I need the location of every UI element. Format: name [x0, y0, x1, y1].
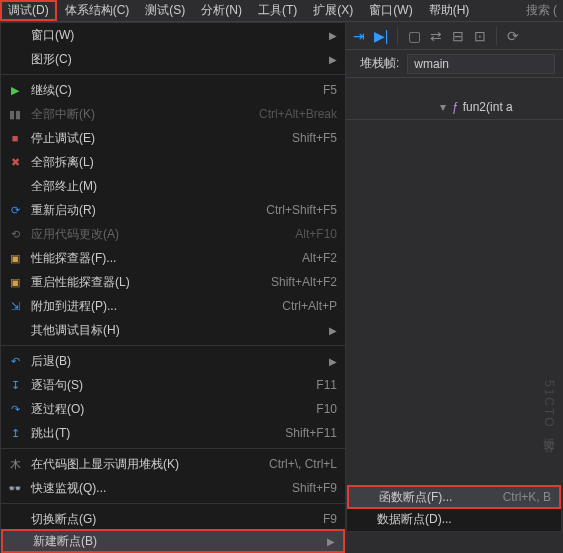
menu-detach-all[interactable]: ✖ 全部拆离(L) — [1, 150, 345, 174]
step-next-icon[interactable]: ▶| — [372, 27, 390, 45]
search-box[interactable]: 搜索 ( — [520, 0, 563, 21]
menu-toggle-bp[interactable]: 切换断点(G) F9 — [1, 507, 345, 531]
refresh-icon[interactable]: ⟳ — [504, 27, 522, 45]
separator — [496, 27, 497, 45]
tool-icon-1[interactable]: ▢ — [405, 27, 423, 45]
menu-new-breakpoint[interactable]: 新建断点(B) ▶ — [1, 529, 345, 553]
menu-relaunch-perf[interactable]: ▣ 重启性能探查器(L) Shift+Alt+F2 — [1, 270, 345, 294]
menu-callstack-map[interactable]: ⽊ 在代码图上显示调用堆栈(K) Ctrl+\, Ctrl+L — [1, 452, 345, 476]
menu-continue[interactable]: ▶ 继续(C) F5 — [1, 78, 345, 102]
menu-shortcut: Shift+F9 — [292, 481, 337, 495]
menu-label: 逐过程(O) — [31, 401, 296, 418]
menu-shortcut: Alt+F2 — [302, 251, 337, 265]
menu-break-all: ▮▮ 全部中断(K) Ctrl+Alt+Break — [1, 102, 345, 126]
menu-label: 跳出(T) — [31, 425, 265, 442]
menu-tools[interactable]: 工具(T) — [250, 0, 305, 21]
menu-shortcut: Shift+Alt+F2 — [271, 275, 337, 289]
blank-icon — [5, 178, 25, 194]
menu-label: 数据断点(D)... — [377, 511, 553, 528]
menu-terminate-all[interactable]: 全部终止(M) — [1, 174, 345, 198]
separator — [1, 503, 345, 504]
menu-label: 后退(B) — [31, 353, 321, 370]
menu-label: 图形(C) — [31, 51, 321, 68]
menu-other-targets[interactable]: 其他调试目标(H) ▶ — [1, 318, 345, 342]
menu-shortcut: F9 — [323, 512, 337, 526]
menu-shortcut: Alt+F10 — [295, 227, 337, 241]
menu-label: 停止调试(E) — [31, 130, 272, 147]
map-icon: ⽊ — [5, 456, 25, 472]
menu-shortcut: Shift+F11 — [285, 426, 337, 440]
stack-label: 堆栈帧: — [360, 55, 399, 72]
menu-label: 切换断点(G) — [31, 511, 303, 528]
separator — [397, 27, 398, 45]
menu-analyze[interactable]: 分析(N) — [193, 0, 250, 21]
menu-label: 全部拆离(L) — [31, 154, 337, 171]
tool-icon-3[interactable]: ⊟ — [449, 27, 467, 45]
menu-ext[interactable]: 扩展(X) — [305, 0, 361, 21]
menu-arch[interactable]: 体系结构(C) — [57, 0, 138, 21]
menu-label: 重新启动(R) — [31, 202, 246, 219]
submenu-data-bp[interactable]: 数据断点(D)... — [347, 507, 561, 531]
apply-icon: ⟲ — [5, 226, 25, 242]
attach-icon: ⇲ — [5, 298, 25, 314]
perf-icon: ▣ — [5, 250, 25, 266]
menu-label: 快速监视(Q)... — [31, 480, 272, 497]
menu-shortcut: Shift+F5 — [292, 131, 337, 145]
step-back-icon: ↶ — [5, 353, 25, 369]
menu-shortcut: Ctrl+Alt+P — [282, 299, 337, 313]
separator — [1, 345, 345, 346]
tool-icon-4[interactable]: ⊡ — [471, 27, 489, 45]
chevron-right-icon: ▶ — [329, 30, 337, 41]
menu-debug[interactable]: 调试(D) — [0, 0, 57, 21]
menu-shortcut: Ctrl+K, B — [503, 490, 551, 504]
chevron-right-icon: ▶ — [327, 536, 335, 547]
menu-step-out[interactable]: ↥ 跳出(T) Shift+F11 — [1, 421, 345, 445]
tool-icon-2[interactable]: ⇄ — [427, 27, 445, 45]
menu-label: 逐语句(S) — [31, 377, 296, 394]
menu-perf[interactable]: ▣ 性能探查器(F)... Alt+F2 — [1, 246, 345, 270]
menu-label: 重启性能探查器(L) — [31, 274, 251, 291]
menu-shortcut: F5 — [323, 83, 337, 97]
menu-window[interactable]: 窗口(W) — [361, 0, 420, 21]
blank-icon — [7, 533, 27, 549]
menu-test[interactable]: 测试(S) — [137, 0, 193, 21]
menu-step-back[interactable]: ↶ 后退(B) ▶ — [1, 349, 345, 373]
menu-label: 应用代码更改(A) — [31, 226, 275, 243]
menu-quickwatch[interactable]: 👓 快速监视(Q)... Shift+F9 — [1, 476, 345, 500]
blank-icon — [5, 51, 25, 67]
menu-windows[interactable]: 窗口(W) ▶ — [1, 23, 345, 47]
breadcrumb-function[interactable]: fun2(int a — [463, 100, 513, 114]
menu-graphics[interactable]: 图形(C) ▶ — [1, 47, 345, 71]
menu-step-into[interactable]: ↧ 逐语句(S) F11 — [1, 373, 345, 397]
menu-step-over[interactable]: ↷ 逐过程(O) F10 — [1, 397, 345, 421]
restart-icon: ⟳ — [5, 202, 25, 218]
step-over-icon: ↷ — [5, 401, 25, 417]
function-glyph-icon: ƒ — [452, 100, 459, 114]
watermark: 51CTO博客 — [540, 380, 557, 432]
menu-shortcut: Ctrl+\, Ctrl+L — [269, 457, 337, 471]
stop-icon: ■ — [5, 130, 25, 146]
step-icon[interactable]: ⇥ — [350, 27, 368, 45]
menu-shortcut: F10 — [316, 402, 337, 416]
submenu-function-bp[interactable]: 函数断点(F)... Ctrl+K, B — [347, 485, 561, 509]
menu-label: 在代码图上显示调用堆栈(K) — [31, 456, 249, 473]
chevron-right-icon: ▶ — [329, 54, 337, 65]
menu-restart[interactable]: ⟳ 重新启动(R) Ctrl+Shift+F5 — [1, 198, 345, 222]
menu-label: 性能探查器(F)... — [31, 250, 282, 267]
menu-label: 全部中断(K) — [31, 106, 239, 123]
menu-stop[interactable]: ■ 停止调试(E) Shift+F5 — [1, 126, 345, 150]
new-breakpoint-submenu: 函数断点(F)... Ctrl+K, B 数据断点(D)... — [346, 486, 562, 532]
glasses-icon: 👓 — [5, 480, 25, 496]
menu-shortcut: Ctrl+Shift+F5 — [266, 203, 337, 217]
perf-restart-icon: ▣ — [5, 274, 25, 290]
stack-frame-select[interactable]: wmain — [407, 54, 555, 74]
menu-label: 全部终止(M) — [31, 178, 337, 195]
menu-help[interactable]: 帮助(H) — [421, 0, 478, 21]
chevron-down-icon[interactable]: ▾ — [440, 100, 446, 114]
debug-dropdown: 窗口(W) ▶ 图形(C) ▶ ▶ 继续(C) F5 ▮▮ 全部中断(K) Ct… — [0, 22, 346, 553]
menu-attach[interactable]: ⇲ 附加到进程(P)... Ctrl+Alt+P — [1, 294, 345, 318]
chevron-right-icon: ▶ — [329, 325, 337, 336]
step-out-icon: ↥ — [5, 425, 25, 441]
play-icon: ▶ — [5, 82, 25, 98]
menu-shortcut: Ctrl+Alt+Break — [259, 107, 337, 121]
